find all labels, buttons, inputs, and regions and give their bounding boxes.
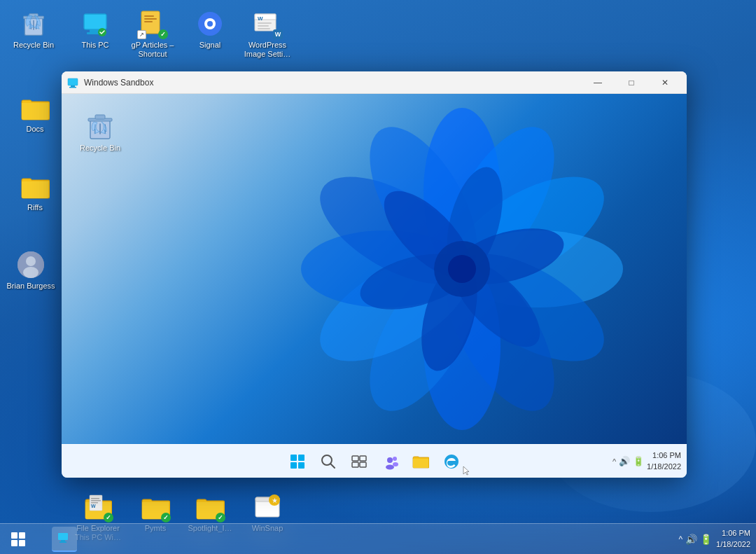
taskbar-sandbox-button[interactable] [52,527,77,552]
svg-point-72 [393,462,398,466]
svg-rect-74 [19,532,25,539]
desktop-icon-riffs[interactable]: Riffs [7,168,63,215]
taskbar-time-display: 1:06 PM [716,528,750,539]
svg-rect-20 [258,28,270,29]
taskbar-left [0,527,31,552]
taskbar-clock: 1:06 PM 1/18/2022 [716,528,750,550]
svg-point-23 [23,267,38,278]
sandbox-recycle-bin-icon[interactable]: Recycle Bin [76,108,125,155]
svg-line-64 [330,464,335,468]
sandbox-start-button[interactable] [284,448,312,476]
svg-rect-76 [19,540,25,546]
svg-rect-10 [144,18,157,20]
taskbar-speaker-icon[interactable]: 🔊 [685,534,697,545]
svg-text:W: W [91,504,96,508]
svg-rect-61 [290,462,297,469]
desktop-icon-recycle-bin[interactable]: Recycle Bin [6,6,62,53]
this-pc-label: This PC [81,41,108,50]
signal-label: Signal [200,41,221,50]
sandbox-wallpaper [62,94,687,444]
svg-point-22 [26,256,36,266]
maximize-button[interactable]: □ [615,71,648,94]
svg-rect-35 [69,87,76,88]
taskbar-date-display: 1/18/2022 [716,539,750,550]
svg-rect-19 [258,25,269,27]
desktop-icon-docs[interactable]: Docs [7,90,63,137]
sandbox-content: Recycle Bin [62,94,687,444]
svg-rect-79 [59,541,66,543]
sandbox-teams-button[interactable] [376,448,404,476]
sandbox-chevron-icon[interactable]: ^ [612,457,616,466]
sandbox-taskbar: ^ 🔊 🔋 1:06 PM 1/18/2022 [62,444,687,478]
desktop-icon-gp-articles[interactable]: ✓ ↗ gP Articles – Shortcut [125,6,181,62]
svg-rect-18 [258,22,272,24]
svg-rect-9 [144,15,154,17]
svg-rect-77 [58,533,68,540]
sandbox-search-button[interactable] [314,448,342,476]
svg-rect-73 [11,532,18,539]
svg-rect-75 [11,540,18,546]
sandbox-taskview-button[interactable] [345,448,373,476]
taskbar-right: ^ 🔊 🔋 1:06 PM 1/18/2022 [678,528,756,550]
svg-rect-67 [352,462,358,467]
minimize-icon: — [594,78,602,88]
desktop-icon-wordpress[interactable]: W W WordPress Image Setti… [239,6,295,62]
svg-point-14 [207,21,213,27]
svg-point-69 [387,457,393,463]
docs-label: Docs [26,125,43,134]
desktop-icon-signal[interactable]: Signal [182,6,238,53]
svg-point-70 [386,464,394,469]
svg-rect-65 [352,456,358,461]
minimize-button[interactable]: — [582,71,614,94]
start-button[interactable] [6,527,31,552]
recycle-bin-label: Recycle Bin [13,41,54,50]
gp-articles-label: gP Articles – Shortcut [127,41,178,59]
desktop-icon-brian-burgess[interactable]: Brian Burgess [0,247,62,293]
svg-rect-11 [144,21,153,22]
svg-rect-59 [290,455,297,461]
svg-text:W: W [258,15,263,22]
sandbox-sys-tray: ^ 🔊 🔋 1:06 PM 1/18/2022 [612,450,681,472]
sandbox-battery-icon[interactable]: 🔋 [633,456,644,466]
sandbox-window-icon [67,77,78,88]
maximize-icon: □ [629,78,634,88]
svg-rect-34 [71,85,75,87]
close-button[interactable]: ✕ [649,71,681,94]
riffs-label: Riffs [27,203,43,212]
desktop-icon-this-pc[interactable]: This PC [67,6,123,53]
svg-rect-3 [84,14,106,29]
sandbox-file-explorer-button[interactable] [407,448,435,476]
window-title-text: Windows Sandbox [84,78,576,88]
svg-rect-25 [91,498,99,499]
taskbar-sys-icons: ^ 🔊 🔋 [678,534,712,545]
svg-rect-62 [298,462,304,469]
sandbox-time-display: 1:06 PM [647,450,681,461]
svg-point-71 [393,457,397,461]
close-icon: ✕ [662,78,668,88]
svg-rect-68 [360,462,366,467]
sandbox-edge-button[interactable] [438,448,465,476]
sandbox-date-display: 1/18/2022 [647,462,681,472]
svg-rect-60 [298,455,304,461]
taskbar-chevron-icon[interactable]: ^ [678,534,682,544]
svg-rect-26 [91,500,101,501]
window-titlebar: Windows Sandbox — □ ✕ [62,71,687,94]
svg-rect-33 [68,78,78,85]
svg-rect-58 [95,115,105,119]
sandbox-recycle-bin-label: Recycle Bin [80,144,120,152]
brian-burgess-label: Brian Burgess [6,282,55,291]
svg-rect-78 [61,540,65,541]
window-controls: — □ ✕ [582,71,681,94]
svg-rect-66 [360,456,366,461]
sandbox-clock: 1:06 PM 1/18/2022 [647,450,681,472]
taskbar-battery-icon[interactable]: 🔋 [700,534,712,545]
taskbar-center [31,527,678,552]
sandbox-window: Windows Sandbox — □ ✕ [62,71,687,478]
main-taskbar: ^ 🔊 🔋 1:06 PM 1/18/2022 [0,523,756,554]
svg-point-55 [448,255,476,283]
sandbox-speaker-icon[interactable]: 🔊 [619,456,630,466]
wordpress-label: WordPress Image Setti… [242,41,293,59]
svg-text:★: ★ [272,497,278,504]
